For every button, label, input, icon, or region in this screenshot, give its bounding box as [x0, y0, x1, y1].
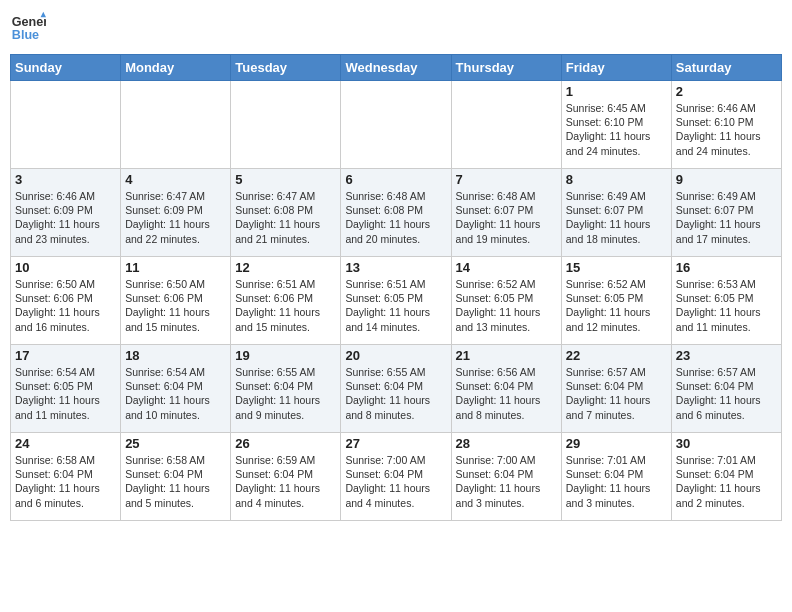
day-number: 14: [456, 260, 557, 275]
day-number: 8: [566, 172, 667, 187]
calendar-day-cell: 3Sunrise: 6:46 AM Sunset: 6:09 PM Daylig…: [11, 169, 121, 257]
calendar-day-cell: 30Sunrise: 7:01 AM Sunset: 6:04 PM Dayli…: [671, 433, 781, 521]
calendar-day-cell: 11Sunrise: 6:50 AM Sunset: 6:06 PM Dayli…: [121, 257, 231, 345]
calendar-day-cell: 20Sunrise: 6:55 AM Sunset: 6:04 PM Dayli…: [341, 345, 451, 433]
day-number: 23: [676, 348, 777, 363]
day-number: 20: [345, 348, 446, 363]
calendar-day-cell: 27Sunrise: 7:00 AM Sunset: 6:04 PM Dayli…: [341, 433, 451, 521]
day-info: Sunrise: 7:00 AM Sunset: 6:04 PM Dayligh…: [345, 453, 446, 510]
day-info: Sunrise: 6:58 AM Sunset: 6:04 PM Dayligh…: [125, 453, 226, 510]
page-header: General Blue: [10, 10, 782, 46]
calendar-day-cell: 15Sunrise: 6:52 AM Sunset: 6:05 PM Dayli…: [561, 257, 671, 345]
day-number: 2: [676, 84, 777, 99]
day-number: 4: [125, 172, 226, 187]
weekday-header-saturday: Saturday: [671, 55, 781, 81]
day-number: 18: [125, 348, 226, 363]
calendar-week-row: 3Sunrise: 6:46 AM Sunset: 6:09 PM Daylig…: [11, 169, 782, 257]
day-number: 6: [345, 172, 446, 187]
day-info: Sunrise: 6:46 AM Sunset: 6:10 PM Dayligh…: [676, 101, 777, 158]
day-number: 26: [235, 436, 336, 451]
calendar-day-cell: 2Sunrise: 6:46 AM Sunset: 6:10 PM Daylig…: [671, 81, 781, 169]
day-number: 21: [456, 348, 557, 363]
weekday-header-thursday: Thursday: [451, 55, 561, 81]
calendar-day-cell: 13Sunrise: 6:51 AM Sunset: 6:05 PM Dayli…: [341, 257, 451, 345]
calendar-day-cell: 26Sunrise: 6:59 AM Sunset: 6:04 PM Dayli…: [231, 433, 341, 521]
day-info: Sunrise: 6:55 AM Sunset: 6:04 PM Dayligh…: [235, 365, 336, 422]
calendar-day-cell: [451, 81, 561, 169]
svg-text:Blue: Blue: [12, 28, 39, 42]
day-info: Sunrise: 6:57 AM Sunset: 6:04 PM Dayligh…: [566, 365, 667, 422]
day-number: 11: [125, 260, 226, 275]
calendar-day-cell: [121, 81, 231, 169]
day-info: Sunrise: 7:01 AM Sunset: 6:04 PM Dayligh…: [676, 453, 777, 510]
calendar-day-cell: 22Sunrise: 6:57 AM Sunset: 6:04 PM Dayli…: [561, 345, 671, 433]
day-number: 3: [15, 172, 116, 187]
day-number: 28: [456, 436, 557, 451]
day-number: 9: [676, 172, 777, 187]
day-number: 30: [676, 436, 777, 451]
day-info: Sunrise: 6:48 AM Sunset: 6:07 PM Dayligh…: [456, 189, 557, 246]
calendar-day-cell: 4Sunrise: 6:47 AM Sunset: 6:09 PM Daylig…: [121, 169, 231, 257]
day-info: Sunrise: 6:52 AM Sunset: 6:05 PM Dayligh…: [566, 277, 667, 334]
calendar-table: SundayMondayTuesdayWednesdayThursdayFrid…: [10, 54, 782, 521]
calendar-day-cell: 6Sunrise: 6:48 AM Sunset: 6:08 PM Daylig…: [341, 169, 451, 257]
day-info: Sunrise: 6:53 AM Sunset: 6:05 PM Dayligh…: [676, 277, 777, 334]
weekday-header-sunday: Sunday: [11, 55, 121, 81]
calendar-day-cell: [11, 81, 121, 169]
weekday-header-monday: Monday: [121, 55, 231, 81]
weekday-header-tuesday: Tuesday: [231, 55, 341, 81]
day-number: 15: [566, 260, 667, 275]
day-number: 17: [15, 348, 116, 363]
day-number: 1: [566, 84, 667, 99]
day-number: 10: [15, 260, 116, 275]
calendar-week-row: 17Sunrise: 6:54 AM Sunset: 6:05 PM Dayli…: [11, 345, 782, 433]
calendar-day-cell: 18Sunrise: 6:54 AM Sunset: 6:04 PM Dayli…: [121, 345, 231, 433]
calendar-day-cell: 7Sunrise: 6:48 AM Sunset: 6:07 PM Daylig…: [451, 169, 561, 257]
calendar-week-row: 10Sunrise: 6:50 AM Sunset: 6:06 PM Dayli…: [11, 257, 782, 345]
day-info: Sunrise: 7:00 AM Sunset: 6:04 PM Dayligh…: [456, 453, 557, 510]
day-info: Sunrise: 6:50 AM Sunset: 6:06 PM Dayligh…: [15, 277, 116, 334]
day-number: 7: [456, 172, 557, 187]
day-info: Sunrise: 6:54 AM Sunset: 6:05 PM Dayligh…: [15, 365, 116, 422]
day-number: 12: [235, 260, 336, 275]
logo-icon: General Blue: [10, 10, 46, 46]
day-number: 13: [345, 260, 446, 275]
calendar-day-cell: 1Sunrise: 6:45 AM Sunset: 6:10 PM Daylig…: [561, 81, 671, 169]
calendar-day-cell: 24Sunrise: 6:58 AM Sunset: 6:04 PM Dayli…: [11, 433, 121, 521]
calendar-day-cell: 29Sunrise: 7:01 AM Sunset: 6:04 PM Dayli…: [561, 433, 671, 521]
calendar-day-cell: 12Sunrise: 6:51 AM Sunset: 6:06 PM Dayli…: [231, 257, 341, 345]
day-info: Sunrise: 6:49 AM Sunset: 6:07 PM Dayligh…: [566, 189, 667, 246]
day-number: 29: [566, 436, 667, 451]
day-info: Sunrise: 6:54 AM Sunset: 6:04 PM Dayligh…: [125, 365, 226, 422]
day-info: Sunrise: 6:57 AM Sunset: 6:04 PM Dayligh…: [676, 365, 777, 422]
day-info: Sunrise: 7:01 AM Sunset: 6:04 PM Dayligh…: [566, 453, 667, 510]
day-number: 25: [125, 436, 226, 451]
day-info: Sunrise: 6:49 AM Sunset: 6:07 PM Dayligh…: [676, 189, 777, 246]
day-info: Sunrise: 6:59 AM Sunset: 6:04 PM Dayligh…: [235, 453, 336, 510]
day-info: Sunrise: 6:58 AM Sunset: 6:04 PM Dayligh…: [15, 453, 116, 510]
day-info: Sunrise: 6:52 AM Sunset: 6:05 PM Dayligh…: [456, 277, 557, 334]
calendar-day-cell: [341, 81, 451, 169]
day-number: 27: [345, 436, 446, 451]
day-number: 5: [235, 172, 336, 187]
day-number: 22: [566, 348, 667, 363]
calendar-day-cell: 28Sunrise: 7:00 AM Sunset: 6:04 PM Dayli…: [451, 433, 561, 521]
calendar-header-row: SundayMondayTuesdayWednesdayThursdayFrid…: [11, 55, 782, 81]
logo: General Blue: [10, 10, 46, 46]
day-number: 24: [15, 436, 116, 451]
day-info: Sunrise: 6:46 AM Sunset: 6:09 PM Dayligh…: [15, 189, 116, 246]
day-info: Sunrise: 6:50 AM Sunset: 6:06 PM Dayligh…: [125, 277, 226, 334]
day-info: Sunrise: 6:45 AM Sunset: 6:10 PM Dayligh…: [566, 101, 667, 158]
calendar-week-row: 1Sunrise: 6:45 AM Sunset: 6:10 PM Daylig…: [11, 81, 782, 169]
calendar-day-cell: 9Sunrise: 6:49 AM Sunset: 6:07 PM Daylig…: [671, 169, 781, 257]
weekday-header-wednesday: Wednesday: [341, 55, 451, 81]
calendar-day-cell: 16Sunrise: 6:53 AM Sunset: 6:05 PM Dayli…: [671, 257, 781, 345]
day-number: 19: [235, 348, 336, 363]
calendar-day-cell: 21Sunrise: 6:56 AM Sunset: 6:04 PM Dayli…: [451, 345, 561, 433]
day-number: 16: [676, 260, 777, 275]
calendar-day-cell: 14Sunrise: 6:52 AM Sunset: 6:05 PM Dayli…: [451, 257, 561, 345]
calendar-day-cell: 10Sunrise: 6:50 AM Sunset: 6:06 PM Dayli…: [11, 257, 121, 345]
calendar-day-cell: 17Sunrise: 6:54 AM Sunset: 6:05 PM Dayli…: [11, 345, 121, 433]
day-info: Sunrise: 6:55 AM Sunset: 6:04 PM Dayligh…: [345, 365, 446, 422]
calendar-day-cell: 8Sunrise: 6:49 AM Sunset: 6:07 PM Daylig…: [561, 169, 671, 257]
